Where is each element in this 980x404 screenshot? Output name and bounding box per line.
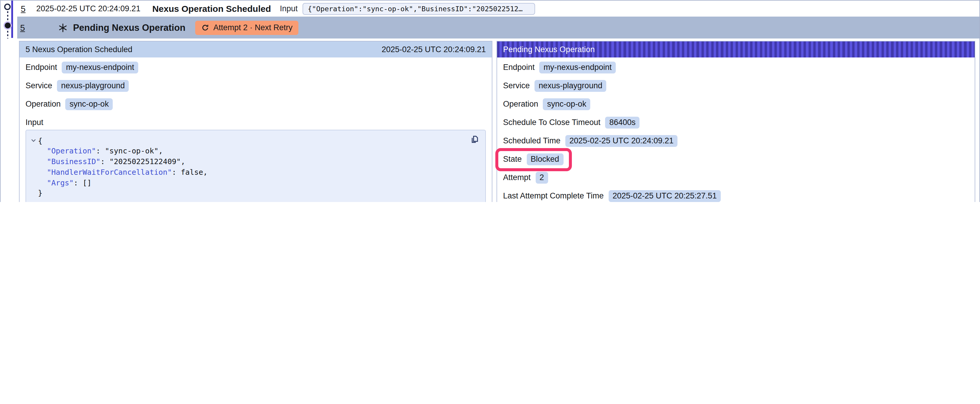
event-filled-dot-icon[interactable] <box>3 21 11 30</box>
field-row: Service nexus-playground <box>25 80 129 92</box>
field-value: 2025-02-25 UTC 20:25:27.51 <box>608 190 721 202</box>
code-line: { <box>29 135 469 146</box>
field-row: Attempt 2 <box>503 171 548 183</box>
pending-operation-panel: Pending Nexus Operation Endpoint my-nexu… <box>496 41 975 202</box>
input-section-label: Input <box>25 117 486 128</box>
field-label: State <box>503 155 522 163</box>
event-history-screen: 5 2025-02-25 UTC 20:24:09.21 Nexus Opera… <box>0 0 980 202</box>
fields-group-a: Endpoint my-nexus-endpoint Service nexus… <box>25 61 486 110</box>
timeline-dashed-connector <box>7 31 8 38</box>
field-value: 2 <box>535 171 548 183</box>
field-row: Service nexus-playground <box>503 80 606 92</box>
field-value: Blocked <box>527 153 563 165</box>
panel-header-scheduled: 5 Nexus Operation Scheduled 2025-02-25 U… <box>19 41 492 57</box>
event-id-link[interactable]: 5 <box>20 23 25 32</box>
event-row-pending[interactable]: 5 Pending Nexus Operation Attempt 2 · Ne… <box>17 17 979 38</box>
field-row: Schedule To Close Timeout 86400s <box>503 116 640 128</box>
field-value: my-nexus-endpoint <box>62 61 138 73</box>
event-id-link[interactable]: 5 <box>21 4 25 13</box>
collapse-chevron-icon[interactable] <box>29 167 38 178</box>
fields-group-a: Endpoint my-nexus-endpoint Service nexus… <box>503 61 969 202</box>
timeline-dashed-connector <box>7 11 8 21</box>
field-value: sync-op-ok <box>543 98 590 110</box>
field-value: 86400s <box>605 116 640 128</box>
event-row-scheduled[interactable]: 5 2025-02-25 UTC 20:24:09.21 Nexus Opera… <box>17 1 979 17</box>
field-label: Last Attempt Complete Time <box>503 191 604 200</box>
field-value: 2025-02-25 UTC 20:24:09.21 <box>565 135 678 147</box>
input-inline-label: Input <box>280 4 298 13</box>
field-value: nexus-playground <box>535 80 606 92</box>
field-label: Scheduled Time <box>503 136 561 145</box>
code-text: } <box>38 188 42 199</box>
field-label: Service <box>25 81 52 90</box>
panel-title: Pending Nexus Operation <box>503 45 595 54</box>
field-value: my-nexus-endpoint <box>539 61 616 73</box>
timeline-rail <box>0 0 17 41</box>
attempt-retry-badge: Attempt 2 · Next Retry <box>195 21 298 35</box>
json-lines: { "Operation": "sync-op-ok", "BusinessID… <box>29 135 469 199</box>
code-text: "Operation": "sync-op-ok", <box>38 146 163 157</box>
event-detail-panel-scheduled: 5 Nexus Operation Scheduled 2025-02-25 U… <box>19 41 492 202</box>
selected-event-bar <box>11 1 13 38</box>
input-json-block: { "Operation": "sync-op-ok", "BusinessID… <box>25 130 486 202</box>
code-text: "Args": [] <box>38 177 92 188</box>
field-label: Operation <box>25 100 61 108</box>
field-label: Attempt <box>503 173 531 182</box>
copy-icon[interactable] <box>470 134 479 144</box>
code-text: "BusinessID": "20250225122409", <box>38 156 185 167</box>
event-time: 2025-02-25 UTC 20:24:09.21 <box>36 4 140 13</box>
input-inline-snippet[interactable]: {"Operation":"sync-op-ok","BusinessID":"… <box>302 3 535 14</box>
field-row: Scheduled Time 2025-02-25 UTC 20:24:09.2… <box>503 135 678 147</box>
pending-asterisk-icon <box>58 23 68 32</box>
field-label: Endpoint <box>25 63 57 72</box>
collapse-chevron-icon[interactable] <box>29 146 38 157</box>
field-label: Endpoint <box>503 63 535 72</box>
code-line: "HandlerWaitForCancellation": false, <box>29 167 469 178</box>
code-line: } <box>29 188 469 199</box>
field-row: Endpoint my-nexus-endpoint <box>25 61 138 73</box>
code-text: { <box>38 135 42 146</box>
field-row: State Blocked <box>503 153 563 165</box>
code-text: "HandlerWaitForCancellation": false, <box>38 167 208 178</box>
retry-icon <box>201 24 209 32</box>
field-row: Endpoint my-nexus-endpoint <box>503 61 616 73</box>
panel-title: 5 Nexus Operation Scheduled <box>25 45 132 54</box>
panel-time: 2025-02-25 UTC 20:24:09.21 <box>382 45 486 54</box>
field-label: Service <box>503 81 530 90</box>
event-title: Nexus Operation Scheduled <box>152 3 271 14</box>
field-label: Schedule To Close Timeout <box>503 118 600 127</box>
collapse-chevron-icon[interactable] <box>29 156 38 167</box>
pending-event-title: Pending Nexus Operation <box>73 22 185 33</box>
field-label: Operation <box>503 100 538 108</box>
attempt-retry-label: Attempt 2 · Next Retry <box>213 23 293 32</box>
code-line: "Operation": "sync-op-ok", <box>29 146 469 157</box>
event-open-dot-icon[interactable] <box>4 3 11 10</box>
field-value: nexus-playground <box>57 80 129 92</box>
field-row: Operation sync-op-ok <box>503 98 590 110</box>
collapse-chevron-icon[interactable] <box>29 135 38 146</box>
panel-header-pending: Pending Nexus Operation <box>497 41 975 57</box>
collapse-chevron-icon[interactable] <box>29 188 38 199</box>
field-value: sync-op-ok <box>65 98 113 110</box>
field-row: Operation sync-op-ok <box>25 98 113 110</box>
field-row: Last Attempt Complete Time 2025-02-25 UT… <box>503 190 721 202</box>
code-line: "Args": [] <box>29 177 469 188</box>
code-line: "BusinessID": "20250225122409", <box>29 156 469 167</box>
collapse-chevron-icon[interactable] <box>29 177 38 188</box>
